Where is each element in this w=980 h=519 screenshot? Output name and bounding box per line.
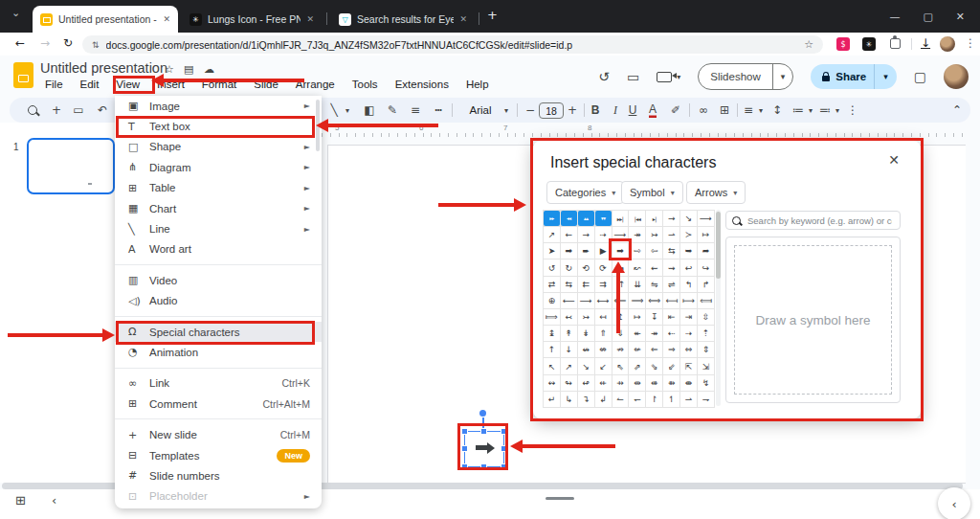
symbol-dropdown[interactable]: Symbol▾ <box>621 181 683 204</box>
char-cell[interactable]: ⟶ <box>578 293 594 308</box>
comments-icon[interactable]: ▭ <box>627 69 639 84</box>
char-cell[interactable]: ⇥ <box>680 309 697 325</box>
char-cell[interactable]: ↩ <box>680 260 697 275</box>
char-cell[interactable]: ↡ <box>578 326 594 341</box>
insert-menu-item-table[interactable]: ⊞Table► <box>115 178 322 198</box>
char-cell[interactable]: ← <box>561 227 577 242</box>
char-cell[interactable]: ➥ <box>680 243 697 259</box>
char-cell[interactable]: ⟳ <box>595 260 612 275</box>
move-folder-icon[interactable]: ▤ <box>184 63 193 76</box>
menu-extensions[interactable]: Extensions <box>387 77 457 92</box>
font-dropdown-icon[interactable]: ▾ <box>501 98 511 123</box>
slide-thumbnail-1[interactable] <box>27 138 115 194</box>
dialog-close-icon[interactable]: ✕ <box>888 152 900 168</box>
char-cell[interactable]: ↭ <box>544 375 560 391</box>
align-dropdown-icon[interactable]: ▾ <box>756 98 766 123</box>
char-cell[interactable]: ▶ <box>595 243 612 259</box>
extension-icon-dark[interactable]: ✳ <box>862 37 876 51</box>
char-cell[interactable]: ↺ <box>544 260 560 275</box>
insert-menu-item-diagram[interactable]: ⋔Diagram► <box>115 157 322 177</box>
menu-edit[interactable]: Edit <box>72 77 108 92</box>
char-cell[interactable]: ⟸ <box>612 293 629 308</box>
char-cell[interactable]: ↓ <box>561 342 577 357</box>
char-cell[interactable]: ⇀ <box>663 227 679 242</box>
forward-icon[interactable]: → <box>40 36 50 50</box>
menu-scrollbar[interactable] <box>316 100 320 151</box>
star-document-icon[interactable]: ☆ <box>165 63 174 76</box>
char-cell[interactable]: ↗ <box>561 358 577 373</box>
char-cell[interactable]: ⟷ <box>595 293 612 308</box>
char-cell[interactable]: ⇠ <box>663 326 679 341</box>
line-spacing-icon[interactable]: ↕ <box>769 98 785 123</box>
bookmark-star-icon[interactable]: ☆ <box>804 38 813 51</box>
insert-menu-item-link[interactable]: ∞LinkCtrl+K <box>115 373 322 394</box>
insert-menu-item-chart[interactable]: ▦Chart► <box>115 198 322 218</box>
char-cell[interactable]: ↪ <box>698 260 714 275</box>
char-cell[interactable]: ⇁ <box>698 392 714 407</box>
char-cell[interactable]: ⇒ <box>663 342 679 357</box>
char-cell[interactable]: ⇻ <box>663 375 679 391</box>
char-cell[interactable]: ▸▸ <box>544 211 560 226</box>
browser-menu-icon[interactable]: ⋮ <box>965 36 976 50</box>
char-cell[interactable]: ↣ <box>578 309 594 325</box>
draw-area[interactable]: Draw a symbol here <box>734 245 892 395</box>
char-cell[interactable]: → <box>578 227 594 242</box>
char-cell[interactable]: ↳ <box>561 392 577 407</box>
menu-format[interactable]: Format <box>193 77 245 92</box>
categories-dropdown[interactable]: Categories▾ <box>546 181 624 204</box>
insert-menu-item-word-art[interactable]: AWord art <box>115 239 322 260</box>
slideshow-button[interactable]: Slideshow ▾ <box>698 63 793 90</box>
char-cell[interactable]: ↵ <box>544 392 560 407</box>
char-cell[interactable]: ▴▴ <box>578 211 594 226</box>
character-search-box[interactable] <box>725 211 901 230</box>
resize-handle[interactable] <box>461 445 468 452</box>
grid-scrollbar-thumb[interactable] <box>716 212 721 279</box>
char-cell[interactable]: ⇘ <box>646 358 662 373</box>
tab-close-icon[interactable]: ✕ <box>459 14 467 24</box>
insert-menu-item-comment[interactable]: ⊞CommentCtrl+Alt+M <box>115 394 322 414</box>
char-cell[interactable]: |◂◂ <box>629 211 645 226</box>
char-cell[interactable]: ➦ <box>698 243 714 259</box>
add-comment-icon[interactable]: ⊞ <box>716 98 733 123</box>
window-restore-icon[interactable]: ▢ <box>923 11 932 23</box>
resize-handle[interactable] <box>480 463 487 470</box>
char-cell[interactable]: ▸| <box>646 211 662 226</box>
char-cell[interactable]: ↙ <box>595 358 612 373</box>
char-cell[interactable]: ⇉ <box>595 277 612 292</box>
char-cell[interactable]: ⇓ <box>612 326 629 341</box>
hide-menus-icon[interactable]: ⌃ <box>949 98 965 123</box>
share-button[interactable]: Share ▾ <box>811 64 897 89</box>
tab-lungs-icon[interactable]: ✳ Lungs Icon - Free PNG & SVG ✕ <box>182 6 322 33</box>
window-close-icon[interactable]: ✕ <box>956 11 965 23</box>
char-cell[interactable]: ↱ <box>698 277 714 292</box>
char-cell[interactable]: ⟹ <box>629 293 645 308</box>
insert-menu-item-special-characters[interactable]: ΩSpecial characters <box>115 322 322 342</box>
align-icon[interactable]: ≡ <box>741 98 756 123</box>
site-info-icon[interactable]: ⇅ <box>92 40 100 50</box>
window-minimize-icon[interactable]: — <box>889 11 900 23</box>
char-cell[interactable]: ↞ <box>629 326 645 341</box>
menu-arrange[interactable]: Arrange <box>287 77 344 92</box>
char-cell[interactable]: ⇎ <box>595 342 612 357</box>
line-tool-icon[interactable]: ╲ <box>327 98 341 123</box>
grid-view-icon[interactable]: ⊞ <box>15 493 26 508</box>
char-cell[interactable]: ⟽ <box>698 293 714 308</box>
menu-help[interactable]: Help <box>457 77 498 92</box>
notes-drag-handle[interactable] <box>546 497 574 500</box>
char-cell[interactable]: ⇐ <box>646 342 662 357</box>
char-cell[interactable]: ⇕ <box>698 342 714 357</box>
extension-icon-pink[interactable]: $ <box>836 37 850 51</box>
char-cell[interactable]: ⇄ <box>544 277 560 292</box>
numbered-list-icon[interactable]: ≕ <box>817 98 833 123</box>
char-cell[interactable]: ↢ <box>561 309 577 325</box>
tab-flaticon-search[interactable]: ▽ Search results for Eye - Flaticon ✕ <box>331 6 475 33</box>
insert-menu-item-line[interactable]: ╲Line► <box>115 218 322 238</box>
account-avatar[interactable] <box>944 64 969 89</box>
font-size-field[interactable]: 18 <box>539 102 564 119</box>
font-family-select[interactable]: Arial <box>461 98 500 123</box>
char-cell[interactable]: ⇢ <box>680 326 697 341</box>
char-cell[interactable]: ⇌ <box>663 277 679 292</box>
insert-menu-item-image[interactable]: ▣Image► <box>115 96 322 116</box>
insert-menu-item-templates[interactable]: ⊟TemplatesNew <box>115 445 322 465</box>
char-cell[interactable]: ⇢ <box>595 227 612 242</box>
